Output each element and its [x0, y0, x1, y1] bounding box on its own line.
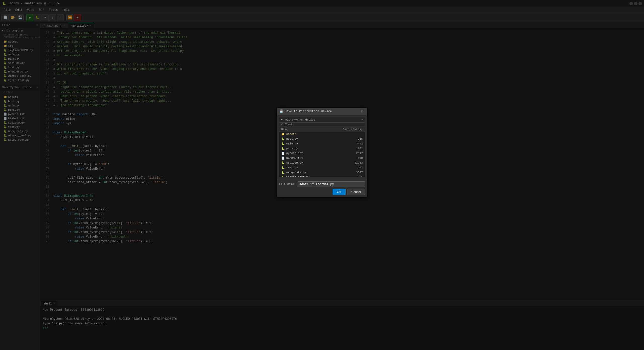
modal-file-main[interactable]: 🐍 main.py 3452	[279, 141, 365, 146]
modal-path: / flash	[279, 123, 365, 127]
col-name-header: Name	[281, 128, 343, 131]
modal-file-assets-name: 📁 assets	[281, 133, 343, 136]
modal-file-readme-name: 📄 README.txt	[281, 157, 343, 160]
file-icon: 📄	[281, 152, 285, 155]
ok-button[interactable]: OK	[333, 189, 345, 195]
modal-file-ssd1309-name: 🐍 ssd1309.py	[281, 161, 343, 165]
folder-icon: 📁	[281, 133, 285, 136]
modal-file-wiznet-size: 561	[343, 176, 363, 177]
modal-file-boot-size: 365	[343, 137, 363, 140]
modal-filename-row: File name:	[279, 181, 365, 187]
modal-device-header: ▼ MicroPython device ≡	[279, 117, 365, 123]
file-icon: 📄	[281, 157, 285, 160]
col-size-header: Size (bytes)	[343, 128, 363, 131]
modal-button-row: OK Cancel	[279, 189, 365, 195]
modal-file-wiznet-name: 🐍 wiznet_conf.py	[281, 176, 343, 177]
modal-file-boot-name: 🐍 boot.py	[281, 137, 343, 141]
modal-body: ▼ MicroPython device ≡ / flash Name Size…	[277, 115, 367, 179]
modal-file-test-name: 🐍 test.py	[281, 166, 343, 169]
modal-more-icon[interactable]: ≡	[361, 118, 363, 121]
modal-file-main-name: 🐍 main.py	[281, 142, 343, 145]
py-file-icon: 🐍	[281, 142, 285, 145]
modal-file-pins-size: 1162	[343, 147, 363, 150]
py-file-icon: 🐍	[281, 161, 285, 165]
modal-title: 💾 Save to MicroPython device	[279, 109, 332, 113]
modal-file-test[interactable]: 🐍 test.py 562	[279, 165, 365, 170]
cancel-button[interactable]: Cancel	[347, 189, 365, 195]
modal-file-pybcdc[interactable]: 📄 pybcdc.inf 2597	[279, 151, 365, 156]
modal-file-list: Name Size (bytes) 📁 assets 🐍 boot.py 365	[279, 127, 365, 177]
modal-overlay: 💾 Save to MicroPython device ✕ ▼ MicroPy…	[0, 0, 644, 350]
save-icon: 💾	[279, 109, 283, 113]
py-file-icon: 🐍	[281, 171, 285, 174]
modal-file-ssd1309[interactable]: 🐍 ssd1309.py 31263	[279, 161, 365, 165]
modal-file-pins-name: 🐍 pins.py	[281, 147, 343, 150]
modal-file-urequests-size: 3307	[343, 171, 363, 174]
modal-footer: File name: OK Cancel	[277, 179, 367, 197]
modal-file-pybcdc-size: 2597	[343, 152, 363, 155]
save-modal: 💾 Save to MicroPython device ✕ ▼ MicroPy…	[277, 108, 367, 197]
modal-file-test-size: 562	[343, 166, 363, 169]
modal-file-readme-size: 528	[343, 157, 363, 160]
modal-file-urequests-name: 🐍 urequests.py	[281, 171, 343, 174]
py-file-icon: 🐍	[281, 147, 285, 150]
modal-file-readme[interactable]: 📄 README.txt 528	[279, 156, 365, 161]
filename-input[interactable]	[298, 181, 365, 187]
modal-titlebar: 💾 Save to MicroPython device ✕	[277, 108, 367, 115]
modal-file-wiznet[interactable]: 🐍 wiznet_conf.py 561	[279, 175, 365, 177]
modal-file-pybcdc-name: 📄 pybcdc.inf	[281, 152, 343, 155]
py-file-icon: 🐍	[281, 166, 285, 169]
filename-label: File name:	[279, 183, 296, 186]
modal-close-button[interactable]: ✕	[359, 109, 365, 113]
modal-file-pins[interactable]: 🐍 pins.py 1162	[279, 146, 365, 151]
modal-device-label: ▼ MicroPython device	[281, 118, 315, 121]
modal-file-main-size: 3452	[343, 142, 363, 145]
py-file-icon: 🐍	[281, 176, 285, 177]
modal-file-assets[interactable]: 📁 assets	[279, 132, 365, 137]
py-file-icon: 🐍	[281, 137, 285, 141]
modal-file-urequests[interactable]: 🐍 urequests.py 3307	[279, 170, 365, 175]
modal-file-ssd1309-size: 31263	[343, 161, 363, 164]
device-expand-icon: ▼	[281, 118, 283, 121]
modal-column-headers: Name Size (bytes)	[279, 127, 365, 132]
modal-file-boot[interactable]: 🐍 boot.py 365	[279, 137, 365, 141]
